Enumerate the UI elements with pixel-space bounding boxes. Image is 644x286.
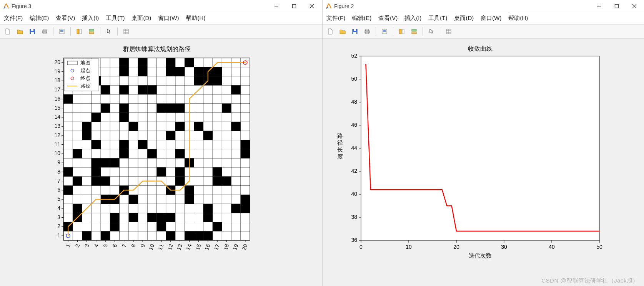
svg-rect-129 — [120, 104, 129, 113]
svg-rect-151 — [213, 67, 222, 76]
svg-rect-75 — [110, 213, 119, 222]
figure-window-3: Figure 3 文件(F)编辑(E)查看(V)插入(I)工具(T)桌面(D)窗… — [0, 0, 323, 286]
svg-rect-9 — [43, 32, 46, 34]
svg-rect-146 — [138, 67, 147, 76]
svg-text:3: 3 — [57, 214, 60, 220]
svg-text:9: 9 — [57, 159, 60, 165]
svg-rect-1 — [293, 4, 296, 8]
titlebar[interactable]: Figure 3 — [0, 0, 322, 12]
svg-rect-263 — [412, 29, 416, 31]
svg-rect-71 — [110, 222, 119, 231]
app-icon — [3, 3, 9, 9]
svg-text:50: 50 — [596, 244, 602, 250]
pointer-button[interactable] — [103, 26, 114, 37]
svg-rect-68 — [194, 231, 203, 240]
svg-rect-265 — [446, 29, 451, 34]
open-file-button[interactable] — [337, 26, 348, 37]
menu-0[interactable]: 文件(F) — [326, 15, 345, 22]
titlebar[interactable]: Figure 2 — [323, 0, 644, 12]
toolbar-separator — [440, 27, 440, 36]
svg-text:52: 52 — [351, 53, 357, 59]
svg-text:5: 5 — [57, 196, 60, 202]
svg-rect-137 — [138, 85, 147, 94]
svg-rect-149 — [194, 67, 203, 76]
toolbar-separator — [100, 27, 100, 36]
menu-3[interactable]: 插入(I) — [82, 15, 99, 22]
svg-rect-113 — [241, 149, 250, 159]
svg-rect-109 — [73, 149, 82, 159]
svg-rect-90 — [63, 186, 73, 195]
toolbar[interactable] — [323, 25, 644, 39]
svg-rect-16 — [89, 32, 94, 34]
svg-text:10: 10 — [406, 244, 412, 250]
save-button[interactable] — [27, 26, 38, 37]
axes-path-map[interactable]: 1234567891011121314151617181920123456789… — [0, 39, 322, 286]
menu-4[interactable]: 工具(T) — [106, 15, 125, 22]
menu-0[interactable]: 文件(F) — [4, 15, 23, 22]
menu-1[interactable]: 编辑(E) — [30, 15, 49, 22]
svg-text:38: 38 — [351, 214, 357, 220]
svg-rect-135 — [101, 85, 110, 94]
svg-text:度: 度 — [337, 153, 343, 160]
print-button[interactable] — [39, 26, 50, 37]
menu-6[interactable]: 窗口(W) — [481, 15, 501, 22]
svg-rect-95 — [92, 177, 101, 186]
menu-5[interactable]: 桌面(D) — [454, 15, 474, 22]
maximize-button[interactable] — [608, 0, 626, 12]
svg-rect-78 — [157, 213, 166, 222]
svg-rect-132 — [175, 104, 185, 113]
svg-rect-100 — [63, 167, 73, 177]
menu-1[interactable]: 编辑(E) — [352, 15, 371, 22]
svg-text:19: 19 — [54, 68, 60, 74]
inspector-button[interactable] — [443, 26, 454, 37]
data-cursor-button[interactable] — [74, 26, 85, 37]
svg-text:群居蜘蛛算法规划的路径: 群居蜘蛛算法规划的路径 — [123, 46, 191, 52]
svg-text:径: 径 — [337, 139, 343, 146]
svg-text:42: 42 — [351, 168, 357, 174]
toolbar[interactable] — [0, 25, 322, 39]
svg-rect-261 — [399, 29, 401, 34]
svg-rect-148 — [175, 67, 185, 76]
menu-7[interactable]: 帮助(H) — [186, 15, 205, 22]
menu-3[interactable]: 插入(I) — [404, 15, 421, 22]
menu-5[interactable]: 桌面(D) — [131, 15, 151, 22]
print-preview-button[interactable] — [379, 26, 390, 37]
pointer-button[interactable] — [426, 26, 437, 37]
svg-rect-121 — [82, 122, 92, 131]
inspector-button[interactable] — [121, 26, 131, 37]
minimize-button[interactable] — [590, 0, 608, 12]
svg-rect-65 — [101, 231, 110, 240]
brush-button[interactable] — [86, 26, 97, 37]
save-button[interactable] — [349, 26, 360, 37]
menu-4[interactable]: 工具(T) — [428, 15, 447, 22]
menubar[interactable]: 文件(F)编辑(E)查看(V)插入(I)工具(T)桌面(D)窗口(W)帮助(H) — [323, 12, 644, 25]
svg-text:5: 5 — [102, 243, 109, 248]
menu-2[interactable]: 查看(V) — [56, 15, 75, 22]
svg-rect-153 — [138, 58, 147, 67]
minimize-button[interactable] — [268, 0, 285, 12]
svg-text:20: 20 — [54, 59, 60, 65]
menu-7[interactable]: 帮助(H) — [508, 15, 528, 22]
data-cursor-button[interactable] — [396, 26, 407, 37]
new-file-button[interactable] — [325, 26, 336, 37]
svg-rect-102 — [157, 167, 166, 177]
svg-rect-17 — [124, 29, 128, 34]
print-preview-button[interactable] — [57, 26, 67, 37]
close-button[interactable] — [626, 0, 643, 12]
svg-rect-131 — [166, 104, 175, 113]
print-button[interactable] — [362, 26, 373, 37]
svg-text:8: 8 — [130, 243, 137, 248]
maximize-button[interactable] — [285, 0, 303, 12]
close-button[interactable] — [303, 0, 321, 12]
svg-rect-101 — [92, 167, 101, 177]
brush-button[interactable] — [409, 26, 419, 37]
svg-rect-133 — [222, 104, 231, 113]
svg-text:4: 4 — [57, 205, 60, 211]
new-file-button[interactable] — [2, 26, 13, 37]
menubar[interactable]: 文件(F)编辑(E)查看(V)插入(I)工具(T)桌面(D)窗口(W)帮助(H) — [0, 12, 322, 25]
menu-6[interactable]: 窗口(W) — [158, 15, 179, 22]
svg-rect-264 — [412, 32, 416, 34]
open-file-button[interactable] — [15, 26, 25, 37]
axes-convergence[interactable]: 01020304050363840424446485052收敛曲线迭代次数路径长… — [323, 39, 644, 286]
menu-2[interactable]: 查看(V) — [378, 15, 398, 22]
